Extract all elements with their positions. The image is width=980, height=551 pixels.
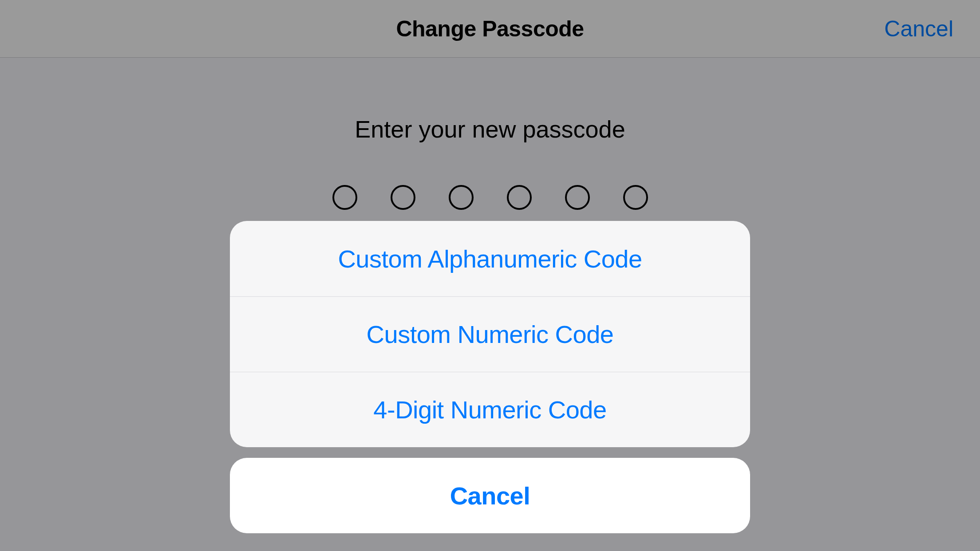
- passcode-dot: [507, 185, 532, 210]
- option-custom-alphanumeric[interactable]: Custom Alphanumeric Code: [230, 221, 750, 296]
- action-sheet-options: Custom Alphanumeric Code Custom Numeric …: [230, 221, 750, 447]
- action-sheet: Custom Alphanumeric Code Custom Numeric …: [230, 221, 750, 533]
- passcode-dots: [0, 185, 980, 210]
- passcode-content: Enter your new passcode: [0, 115, 980, 210]
- page-title: Change Passcode: [396, 16, 584, 42]
- passcode-dot: [623, 185, 648, 210]
- passcode-dot: [332, 185, 357, 210]
- passcode-prompt: Enter your new passcode: [0, 115, 980, 143]
- action-sheet-cancel-button[interactable]: Cancel: [230, 458, 750, 533]
- passcode-dot: [449, 185, 474, 210]
- option-4-digit-numeric[interactable]: 4-Digit Numeric Code: [230, 372, 750, 447]
- option-custom-numeric[interactable]: Custom Numeric Code: [230, 296, 750, 372]
- passcode-dot: [565, 185, 590, 210]
- nav-cancel-button[interactable]: Cancel: [884, 16, 953, 42]
- passcode-dot: [391, 185, 415, 210]
- nav-header: Change Passcode Cancel: [0, 0, 980, 58]
- action-sheet-cancel-group: Cancel: [230, 458, 750, 533]
